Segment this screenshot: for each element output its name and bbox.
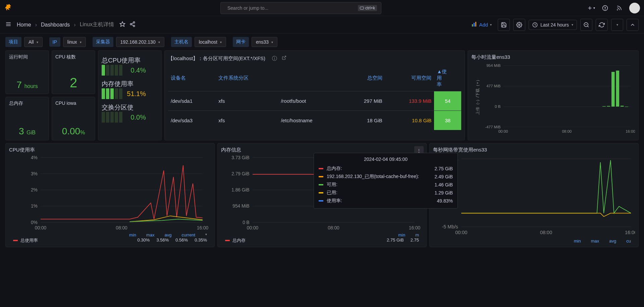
svg-text:477 MiB: 477 MiB xyxy=(486,84,501,88)
refresh-menu[interactable]: ▾ xyxy=(611,19,623,31)
variables-bar: 项目All▾ IPlinux▾ 采集器192.168.202.130▾ 主机名l… xyxy=(0,34,644,50)
var-project-label: 项目 xyxy=(5,37,21,47)
svg-text:-477 MiB: -477 MiB xyxy=(485,125,500,129)
rss-icon[interactable] xyxy=(615,4,623,12)
star-icon[interactable] xyxy=(119,21,125,28)
panel-hourly-traffic[interactable]: 每小时流量ens33 954 MiB477 MiB0 B-477 MiB00:0… xyxy=(468,50,639,140)
svg-rect-19 xyxy=(475,22,476,27)
svg-text:0%: 0% xyxy=(31,220,38,225)
svg-marker-11 xyxy=(120,22,125,27)
var-project-select[interactable]: All▾ xyxy=(24,37,43,47)
svg-rect-38 xyxy=(602,106,606,106)
svg-text:0 B: 0 B xyxy=(243,220,250,225)
svg-text:2%: 2% xyxy=(31,187,38,192)
svg-text:上传（-）/下载（+）: 上传（-）/下载（+） xyxy=(475,78,480,115)
search-placeholder: Search or jump to... xyxy=(227,5,357,11)
var-nic-label: 网卡 xyxy=(233,37,249,47)
navbar: Home › Dashboards › Linux主机详情 Add ▾ Last… xyxy=(0,16,644,34)
panel-mem-info[interactable]: ⋮ 内存信息 100% 3.73 GiB2.79 GiB1.86 GiB954 … xyxy=(217,143,427,247)
zoom-out-icon[interactable] xyxy=(580,19,592,31)
stat-total-mem[interactable]: 总内存 3 GiB xyxy=(5,97,49,140)
chart-tooltip: 2024-02-04 09:45:00 总内存:2.75 GiB192.168.… xyxy=(314,153,458,209)
svg-text:954 MiB: 954 MiB xyxy=(486,63,501,68)
panel-icon xyxy=(472,21,477,28)
var-hostname-select[interactable]: localhost▾ xyxy=(195,37,226,47)
var-ip-label: IP xyxy=(49,37,60,47)
svg-text:1%: 1% xyxy=(31,204,38,209)
collapse-icon[interactable] xyxy=(627,19,639,31)
var-collector-select[interactable]: 192.168.202.130▾ xyxy=(116,37,164,47)
svg-text:00:00: 00:00 xyxy=(247,225,259,230)
share-icon[interactable] xyxy=(129,21,136,28)
svg-point-14 xyxy=(133,25,135,27)
svg-text:16:00: 16:00 xyxy=(197,225,209,230)
svg-point-20 xyxy=(519,24,520,26)
svg-point-13 xyxy=(130,24,132,25)
breadcrumb-current: Linux主机详情 xyxy=(80,21,114,28)
stat-uptime[interactable]: 运行时间 7 hours xyxy=(5,50,49,94)
stat-cpu-cores[interactable]: CPU 核数 2 xyxy=(52,50,95,94)
svg-text:3%: 3% xyxy=(31,171,38,176)
var-hostname-label: 主机名 xyxy=(171,37,192,47)
stat-iowait[interactable]: CPU iowa 0.00% xyxy=(52,97,95,140)
menu-icon[interactable] xyxy=(5,21,11,28)
time-range-picker[interactable]: Last 24 hours ▾ xyxy=(529,20,577,30)
panel-disk[interactable]: 【localhost】：各分区可用空间(EXT.*/XFS) ⓘ 设备名文件系统… xyxy=(164,50,465,140)
refresh-icon[interactable] xyxy=(596,19,608,31)
svg-rect-40 xyxy=(611,72,615,106)
panel-cpu-usage[interactable]: CPU使用率 4%3%2%1%0%00:0008:0016:00 minmaxa… xyxy=(5,143,215,247)
info-icon[interactable]: ⓘ xyxy=(272,55,277,62)
topbar: Search or jump to... ctrl+k ▾ xyxy=(0,0,644,16)
svg-text:-5 Mb/s: -5 Mb/s xyxy=(442,224,458,229)
var-collector-label: 采集器 xyxy=(93,37,113,47)
disk-table: 设备名文件系统分区总空间可用空间▲使用率 /dev/sda1xfs/rootfs… xyxy=(168,65,461,130)
svg-text:4%: 4% xyxy=(31,155,38,160)
user-avatar[interactable] xyxy=(629,3,640,13)
svg-text:954 MiB: 954 MiB xyxy=(232,204,250,209)
svg-text:2.79 GiB: 2.79 GiB xyxy=(231,171,250,176)
panel-gauges[interactable]: 总CPU使用率0.4% 内存使用率51.1% 交换分区使0.0% xyxy=(98,50,162,140)
svg-rect-17 xyxy=(472,24,473,27)
svg-rect-43 xyxy=(625,106,628,107)
grafana-logo-icon[interactable] xyxy=(4,3,15,13)
svg-point-6 xyxy=(605,9,605,10)
svg-text:16:00: 16:00 xyxy=(625,230,635,235)
svg-text:08:00: 08:00 xyxy=(328,225,339,230)
svg-rect-2 xyxy=(360,7,364,9)
settings-icon[interactable] xyxy=(513,19,525,31)
kbd-shortcut: ctrl+k xyxy=(358,5,377,11)
svg-line-25 xyxy=(284,56,286,58)
svg-text:1.86 GiB: 1.86 GiB xyxy=(231,187,250,192)
search-input[interactable]: Search or jump to... ctrl+k xyxy=(220,2,381,14)
svg-line-15 xyxy=(131,23,133,24)
svg-text:08:00: 08:00 xyxy=(116,225,127,230)
svg-text:08:00: 08:00 xyxy=(562,129,572,133)
svg-text:00:00: 00:00 xyxy=(35,225,47,230)
var-ip-select[interactable]: linux▾ xyxy=(63,37,86,47)
svg-point-12 xyxy=(133,22,135,24)
save-button[interactable] xyxy=(498,19,510,31)
svg-text:3.73 GiB: 3.73 GiB xyxy=(231,155,250,160)
svg-text:16:00: 16:00 xyxy=(626,129,635,133)
breadcrumb: Home › Dashboards › Linux主机详情 xyxy=(17,21,114,28)
add-button[interactable]: Add ▾ xyxy=(469,19,494,30)
svg-rect-18 xyxy=(474,23,475,27)
new-menu-button[interactable]: ▾ xyxy=(587,4,595,12)
table-row[interactable]: /dev/sda1xfs/rootfs/boot297 MiB133.9 MiB… xyxy=(168,91,461,111)
external-link-icon[interactable] xyxy=(282,55,286,62)
breadcrumb-dashboards[interactable]: Dashboards xyxy=(41,22,70,28)
svg-rect-39 xyxy=(607,106,610,106)
svg-rect-42 xyxy=(621,106,624,107)
svg-rect-41 xyxy=(616,71,619,106)
panel-net-bw[interactable]: 每秒网络带宽使用ens33 20 Mb/s-5 Mb/s00:0008:0016… xyxy=(429,143,639,247)
svg-text:16:00: 16:00 xyxy=(409,225,421,230)
svg-point-7 xyxy=(617,9,618,10)
breadcrumb-home[interactable]: Home xyxy=(17,22,31,28)
table-row[interactable]: /dev/sda3xfs/etc/hostname18 GiB10.8 GiB3… xyxy=(168,111,461,130)
var-nic-select[interactable]: ens33▾ xyxy=(252,37,277,47)
svg-line-16 xyxy=(131,25,133,26)
svg-text:00:00: 00:00 xyxy=(498,129,508,133)
svg-text:00:00: 00:00 xyxy=(455,230,467,235)
svg-text:08:00: 08:00 xyxy=(540,230,552,235)
help-icon[interactable] xyxy=(601,4,609,12)
